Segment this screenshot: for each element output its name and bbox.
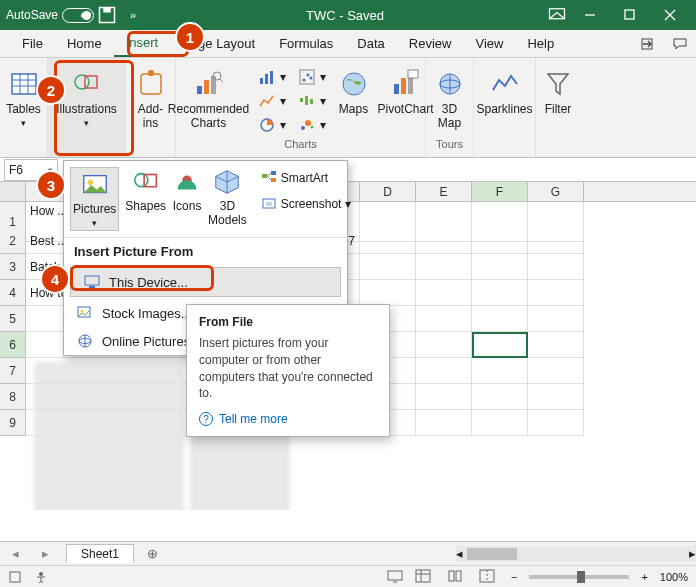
badge-2: 2 xyxy=(38,77,64,103)
col-header-e[interactable]: E xyxy=(416,182,472,201)
map3d-icon xyxy=(434,68,466,100)
chart-type-6[interactable]: ▾ xyxy=(294,114,330,136)
svg-point-64 xyxy=(39,572,43,576)
display-settings-icon[interactable] xyxy=(387,570,403,584)
svg-point-45 xyxy=(87,179,93,185)
svg-rect-15 xyxy=(141,74,161,94)
svg-rect-8 xyxy=(12,74,36,94)
select-all-corner[interactable] xyxy=(0,182,26,201)
maps-button[interactable]: Maps xyxy=(334,62,374,136)
badge-1: 1 xyxy=(177,24,203,50)
models3d-button[interactable]: 3D Models xyxy=(208,167,247,231)
svg-rect-57 xyxy=(89,286,95,288)
filters-button[interactable]: Filter xyxy=(538,62,578,136)
page-break-view-button[interactable] xyxy=(479,569,499,585)
map3d-button[interactable]: 3D Map xyxy=(426,62,474,136)
svg-point-34 xyxy=(305,120,311,126)
pictures-button[interactable]: Pictures ▾ xyxy=(70,167,119,231)
autosave[interactable]: AutoSave Off xyxy=(6,8,94,23)
chart-type-1[interactable]: ▾ xyxy=(254,66,290,88)
svg-rect-40 xyxy=(408,70,418,78)
svg-line-21 xyxy=(220,79,223,82)
charts-group-label: Charts xyxy=(284,138,316,153)
zoom-out-button[interactable]: − xyxy=(511,571,517,583)
ribbon: Tables ▾ Illustrations ▾ Add- ins Recomm… xyxy=(0,58,696,158)
shapes-button[interactable]: Shapes xyxy=(125,167,166,231)
svg-rect-67 xyxy=(416,570,430,582)
chart-type-5[interactable]: ▾ xyxy=(294,90,330,112)
tab-data[interactable]: Data xyxy=(345,30,396,57)
smartart-button[interactable]: SmartArt xyxy=(257,167,356,189)
minimize-button[interactable] xyxy=(570,0,610,30)
comments-button[interactable] xyxy=(664,30,696,57)
tab-file[interactable]: File xyxy=(10,30,55,57)
col-header-d[interactable]: D xyxy=(360,182,416,201)
svg-point-36 xyxy=(343,73,365,95)
svg-rect-56 xyxy=(85,276,99,285)
badge-4: 4 xyxy=(42,266,68,292)
svg-rect-16 xyxy=(148,70,154,76)
close-button[interactable] xyxy=(650,0,690,30)
svg-rect-18 xyxy=(204,80,209,94)
svg-rect-31 xyxy=(305,96,308,105)
chart-type-3[interactable]: ▾ xyxy=(254,114,290,136)
svg-rect-49 xyxy=(262,174,267,178)
save-icon[interactable] xyxy=(97,5,117,25)
recommended-charts-button[interactable]: Recommended Charts xyxy=(168,62,250,136)
qat-overflow-icon[interactable]: » xyxy=(123,5,143,25)
tooltip-title: From File xyxy=(199,315,377,329)
tables-button[interactable]: Tables ▾ xyxy=(0,62,48,136)
sparklines-icon xyxy=(489,68,521,100)
record-macro-icon[interactable] xyxy=(8,570,22,584)
sparklines-button[interactable]: Sparklines xyxy=(477,62,533,136)
tab-insert[interactable]: Insert xyxy=(114,30,171,57)
zoom-in-button[interactable]: + xyxy=(641,571,647,583)
addins-icon xyxy=(135,68,167,100)
page-layout-view-button[interactable] xyxy=(447,569,467,585)
svg-point-59 xyxy=(81,310,84,313)
ribbon-tabs: File Home Insert Page Layout Formulas Da… xyxy=(0,30,696,58)
svg-point-27 xyxy=(302,79,305,82)
tab-view[interactable]: View xyxy=(463,30,515,57)
svg-rect-38 xyxy=(401,78,406,94)
sheet-tab-1[interactable]: Sheet1 xyxy=(66,544,134,563)
chart-type-2[interactable]: ▾ xyxy=(254,90,290,112)
active-cell[interactable] xyxy=(472,332,528,358)
svg-line-53 xyxy=(267,176,271,180)
zoom-slider[interactable] xyxy=(529,575,629,579)
ribbon-options-icon[interactable] xyxy=(547,5,567,25)
svg-rect-17 xyxy=(197,86,202,94)
tab-help[interactable]: Help xyxy=(515,30,566,57)
screenshot-button[interactable]: Screenshot ▾ xyxy=(257,193,356,215)
svg-rect-50 xyxy=(271,171,276,175)
recommended-charts-icon xyxy=(193,68,225,100)
add-sheet-button[interactable]: ⊕ xyxy=(140,546,164,561)
zoom-level[interactable]: 100% xyxy=(660,571,688,583)
tab-review[interactable]: Review xyxy=(397,30,464,57)
illustrations-button[interactable]: Illustrations ▾ xyxy=(52,62,122,136)
svg-line-52 xyxy=(267,173,271,176)
normal-view-button[interactable] xyxy=(415,569,435,585)
stock-icon xyxy=(76,304,94,322)
sheet-nav[interactable]: ◂▸ xyxy=(0,546,60,561)
autosave-toggle[interactable]: Off xyxy=(62,8,94,23)
chart-type-4[interactable]: ▾ xyxy=(294,66,330,88)
tooltip-body: Insert pictures from your computer or fr… xyxy=(199,335,377,402)
svg-rect-32 xyxy=(310,99,313,104)
tab-home[interactable]: Home xyxy=(55,30,114,57)
tab-formulas[interactable]: Formulas xyxy=(267,30,345,57)
badge-3: 3 xyxy=(38,172,64,198)
share-button[interactable] xyxy=(632,30,664,57)
col-header-g[interactable]: G xyxy=(528,182,584,201)
horizontal-scrollbar[interactable]: ◂▸ xyxy=(456,546,696,562)
svg-rect-37 xyxy=(394,84,399,94)
maximize-button[interactable] xyxy=(610,0,650,30)
document-title: TWC - Saved xyxy=(146,8,544,23)
icons-button[interactable]: Icons xyxy=(172,167,202,231)
this-device-item[interactable]: This Device... xyxy=(70,267,341,297)
tell-me-more-link[interactable]: ? Tell me more xyxy=(199,412,377,426)
accessibility-icon[interactable] xyxy=(34,570,48,584)
table-icon xyxy=(8,68,40,100)
svg-rect-23 xyxy=(265,74,268,84)
col-header-f[interactable]: F xyxy=(472,182,528,201)
